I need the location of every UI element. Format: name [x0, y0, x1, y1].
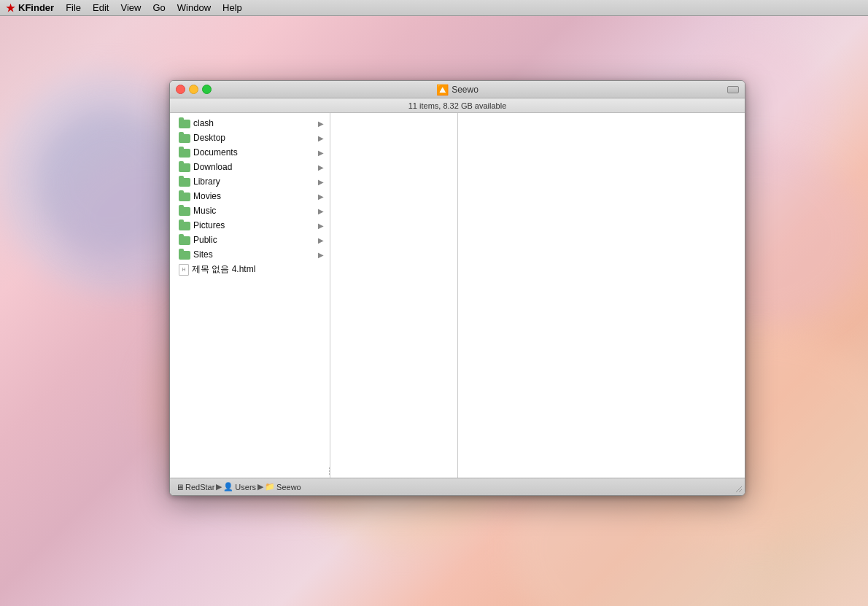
- list-item[interactable]: H 제목 없음 4.html: [170, 262, 330, 276]
- folder-icon: [179, 251, 190, 260]
- chevron-right-icon: ▶: [318, 207, 324, 215]
- breadcrumb-item-seewo[interactable]: 📁 Seewo: [265, 482, 301, 492]
- file-name: Public: [193, 235, 324, 245]
- traffic-lights: [170, 85, 212, 94]
- folder-icon: [179, 163, 190, 172]
- file-name: Movies: [193, 191, 324, 201]
- column-pane-2: [330, 113, 458, 478]
- file-name: 제목 없음 4.html: [192, 263, 324, 276]
- app-logo: ★: [6, 2, 15, 14]
- chevron-right-icon: ▶: [318, 236, 324, 244]
- maximize-button[interactable]: [202, 85, 212, 94]
- chevron-right-icon: ▶: [318, 222, 324, 230]
- finder-window: 🔼 Seewo 11 items, 8.32 GB available clas…: [169, 80, 745, 496]
- menu-go[interactable]: Go: [152, 2, 165, 13]
- folder-icon: [179, 193, 190, 201]
- breadcrumb-item-redstar[interactable]: 🖥 RedStar: [176, 483, 214, 492]
- file-name: Music: [193, 206, 324, 216]
- file-name: Desktop: [193, 133, 324, 143]
- menu-window[interactable]: Window: [177, 2, 211, 13]
- chevron-right-icon: ▶: [318, 163, 324, 171]
- menu-view[interactable]: View: [120, 2, 141, 13]
- chevron-right-icon: ▶: [318, 120, 324, 128]
- file-name: Documents: [193, 147, 324, 158]
- svg-line-1: [739, 489, 742, 492]
- list-item[interactable]: Desktop ▶: [170, 131, 330, 145]
- breadcrumb-label-redstar: RedStar: [185, 483, 214, 492]
- chevron-right-icon: ▶: [318, 193, 324, 201]
- list-item[interactable]: Movies ▶: [170, 189, 330, 203]
- file-name: Sites: [193, 249, 324, 260]
- close-button[interactable]: [176, 85, 185, 94]
- breadcrumb-label-users: Users: [235, 483, 256, 492]
- folder-icon: [179, 149, 190, 158]
- window-title-text: Seewo: [452, 85, 478, 95]
- menu-file[interactable]: File: [66, 2, 81, 13]
- titlebar: 🔼 Seewo: [170, 81, 745, 98]
- breadcrumb-separator: ▶: [216, 482, 222, 492]
- chevron-right-icon: ▶: [318, 251, 324, 259]
- list-item[interactable]: clash ▶: [170, 116, 330, 131]
- folder-breadcrumb-icon: 📁: [265, 482, 275, 492]
- list-item[interactable]: Sites ▶: [170, 247, 330, 262]
- computer-icon: 🖥: [176, 483, 184, 492]
- file-name: clash: [193, 118, 324, 128]
- expand-button[interactable]: [727, 86, 739, 93]
- folder-icon: [179, 120, 190, 128]
- list-item[interactable]: Library ▶: [170, 174, 330, 189]
- column-pane-1: clash ▶ Desktop ▶ Documents ▶ Download ▶: [170, 113, 330, 478]
- menu-help[interactable]: Help: [222, 2, 242, 13]
- html-file-icon: H: [179, 264, 189, 276]
- breadcrumb-bar: 🖥 RedStar ▶ 👤 Users ▶ 📁 Seewo: [170, 478, 745, 495]
- status-bar: 11 items, 8.32 GB available: [170, 98, 745, 113]
- users-icon: 👤: [223, 482, 233, 492]
- list-item[interactable]: Public ▶: [170, 233, 330, 247]
- list-item[interactable]: Music ▶: [170, 203, 330, 218]
- file-name: Download: [193, 162, 324, 172]
- window-title: 🔼 Seewo: [436, 84, 478, 96]
- file-name: Library: [193, 176, 324, 187]
- folder-icon: [179, 178, 190, 187]
- status-text: 11 items, 8.32 GB available: [408, 101, 507, 110]
- column-pane-4: [619, 113, 745, 478]
- menubar: ★ KFinder File Edit View Go Window Help: [0, 0, 868, 16]
- content-area: clash ▶ Desktop ▶ Documents ▶ Download ▶: [170, 113, 745, 478]
- breadcrumb-label-seewo: Seewo: [276, 483, 301, 492]
- folder-icon: [179, 236, 190, 245]
- folder-icon: [179, 134, 190, 143]
- file-list: clash ▶ Desktop ▶ Documents ▶ Download ▶: [170, 113, 330, 279]
- list-item[interactable]: Pictures ▶: [170, 218, 330, 233]
- app-name: KFinder: [18, 2, 54, 13]
- chevron-right-icon: ▶: [318, 178, 324, 186]
- resize-grip-icon: [733, 483, 743, 494]
- chevron-right-icon: ▶: [318, 134, 324, 142]
- chevron-right-icon: ▶: [318, 149, 324, 157]
- breadcrumb-separator: ▶: [257, 482, 263, 492]
- minimize-button[interactable]: [189, 85, 198, 94]
- list-item[interactable]: Download ▶: [170, 160, 330, 174]
- window-title-icon: 🔼: [436, 84, 449, 96]
- menubar-items: File Edit View Go Window Help: [66, 2, 242, 13]
- file-name: Pictures: [193, 220, 324, 230]
- column-pane-3: [458, 113, 619, 478]
- menu-edit[interactable]: Edit: [93, 2, 109, 13]
- folder-icon: [179, 222, 190, 230]
- list-item[interactable]: Documents ▶: [170, 145, 330, 160]
- breadcrumb-item-users[interactable]: 👤 Users: [223, 482, 256, 492]
- folder-icon: [179, 207, 190, 216]
- svg-line-0: [736, 486, 742, 492]
